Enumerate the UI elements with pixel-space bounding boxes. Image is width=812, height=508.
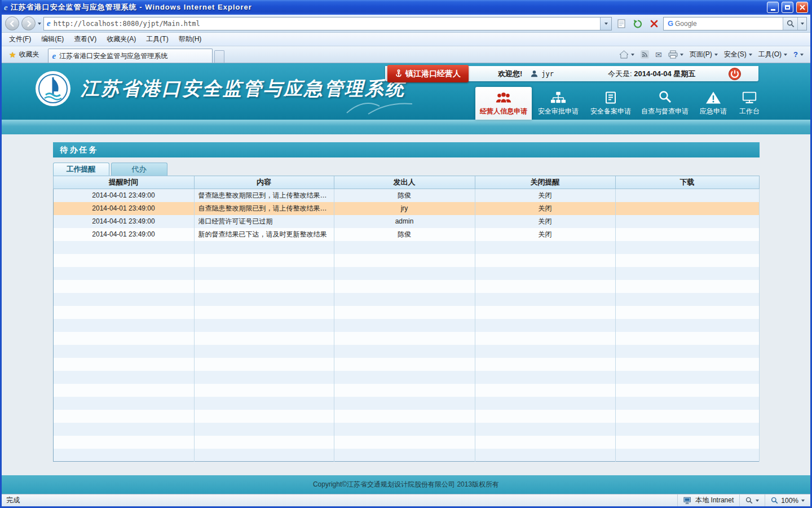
zoom-control[interactable]: 100% bbox=[765, 494, 810, 506]
task-row[interactable]: 2014-04-01 23:49:00督查隐患整改期限已到，请上传整改结果…陈俊… bbox=[53, 189, 759, 202]
nav-operator-info-application[interactable]: 经营人信息申请 bbox=[475, 87, 532, 120]
nav-workbench[interactable]: 工作台 bbox=[734, 88, 765, 120]
menu-item-tools[interactable]: 工具(T) bbox=[141, 33, 173, 46]
refresh-button[interactable] bbox=[630, 17, 645, 30]
nav-item-label: 工作台 bbox=[739, 107, 760, 116]
print-button[interactable] bbox=[668, 50, 683, 59]
empty-row[interactable] bbox=[53, 436, 759, 449]
tab-pending[interactable]: 代办 bbox=[111, 163, 167, 176]
rss-feed-icon bbox=[641, 50, 649, 59]
empty-row[interactable] bbox=[53, 293, 759, 306]
back-button[interactable] bbox=[5, 16, 19, 30]
google-logo-icon: G bbox=[666, 19, 675, 28]
cell-close bbox=[475, 293, 615, 306]
mail-icon: ✉ bbox=[655, 50, 662, 59]
empty-row[interactable] bbox=[53, 267, 759, 280]
cell-time bbox=[53, 293, 194, 306]
empty-row[interactable] bbox=[53, 280, 759, 293]
menu-item-help[interactable]: 帮助(H) bbox=[174, 33, 207, 46]
empty-row[interactable] bbox=[53, 423, 759, 436]
username: jyr bbox=[541, 70, 554, 78]
navigation-bar: e G bbox=[2, 15, 810, 33]
cell-content bbox=[194, 371, 334, 384]
cell-close bbox=[475, 306, 615, 319]
chevron-down-icon bbox=[801, 500, 805, 502]
cell-download bbox=[615, 410, 759, 423]
cell-content bbox=[194, 267, 334, 280]
forward-button[interactable] bbox=[21, 16, 36, 30]
minimize-button[interactable] bbox=[767, 2, 779, 13]
close-reminder-link[interactable]: 关闭 bbox=[539, 230, 552, 238]
tab-work-reminder[interactable]: 工作提醒 bbox=[53, 163, 109, 176]
search-button[interactable] bbox=[783, 17, 797, 30]
maximize-icon bbox=[785, 5, 790, 10]
tools-menu-button[interactable]: 工具(O) bbox=[758, 50, 787, 59]
empty-row[interactable] bbox=[53, 384, 759, 397]
task-row[interactable]: 2014-04-01 23:49:00自查隐患整改期限已到，请上传整改结果…jr… bbox=[53, 202, 759, 215]
cell-close: 关闭 bbox=[475, 228, 615, 241]
star-icon: ★ bbox=[9, 50, 16, 59]
page-menu-button[interactable]: 页面(P) bbox=[690, 50, 718, 59]
search-input[interactable] bbox=[675, 18, 783, 29]
task-row[interactable]: 2014-04-01 23:49:00新的督查结果已下达，请及时更新整改结果陈俊… bbox=[53, 228, 759, 241]
nav-emergency-application[interactable]: 应急申请 bbox=[693, 88, 734, 120]
menu-item-edit[interactable]: 编辑(E) bbox=[36, 33, 69, 46]
column-header-download: 下载 bbox=[615, 176, 759, 189]
home-button[interactable] bbox=[619, 50, 634, 59]
close-button[interactable] bbox=[796, 2, 808, 13]
history-dropdown[interactable] bbox=[38, 23, 41, 25]
window-title: 江苏省港口安全监管与应急管理系统 - Windows Internet Expl… bbox=[11, 2, 764, 12]
empty-row[interactable] bbox=[53, 358, 759, 371]
browser-tab[interactable]: e 江苏省港口安全监管与应急管理系统 bbox=[48, 49, 213, 63]
empty-row[interactable] bbox=[53, 345, 759, 358]
empty-row[interactable] bbox=[53, 371, 759, 384]
menu-item-file[interactable]: 文件(F) bbox=[4, 33, 36, 46]
empty-row[interactable] bbox=[53, 332, 759, 345]
empty-row[interactable] bbox=[53, 306, 759, 319]
safety-menu-button[interactable]: 安全(S) bbox=[724, 50, 752, 59]
zoom-icon bbox=[771, 497, 778, 504]
cell-time: 2014-04-01 23:49:00 bbox=[53, 228, 194, 241]
favorites-label: 收藏夹 bbox=[19, 50, 39, 59]
address-dropdown[interactable] bbox=[600, 17, 611, 30]
empty-row[interactable] bbox=[53, 241, 759, 254]
menu-item-favorites[interactable]: 收藏夹(A) bbox=[102, 33, 141, 46]
close-reminder-link[interactable]: 关闭 bbox=[539, 204, 552, 212]
cell-sender bbox=[334, 306, 475, 319]
close-reminder-link[interactable]: 关闭 bbox=[539, 217, 552, 225]
cell-close bbox=[475, 241, 615, 254]
help-button[interactable]: ? bbox=[793, 50, 804, 59]
nav-self-check-inspection-application[interactable]: 自查与督查申请 bbox=[637, 88, 693, 120]
empty-row[interactable] bbox=[53, 410, 759, 423]
close-reminder-link[interactable]: 关闭 bbox=[539, 191, 552, 199]
empty-row[interactable] bbox=[53, 254, 759, 267]
cell-time bbox=[53, 436, 194, 449]
logout-button[interactable] bbox=[728, 67, 742, 81]
cell-download bbox=[615, 280, 759, 293]
feeds-button[interactable] bbox=[641, 50, 649, 59]
nav-safety-record-application[interactable]: 安全备案申请 bbox=[585, 88, 637, 120]
tab-favicon: e bbox=[52, 51, 56, 61]
compatibility-view-button[interactable] bbox=[614, 17, 628, 30]
stop-button[interactable] bbox=[647, 17, 661, 30]
search-icon bbox=[787, 20, 795, 28]
new-tab-button[interactable] bbox=[214, 50, 224, 63]
empty-row[interactable] bbox=[53, 397, 759, 410]
maximize-button[interactable] bbox=[782, 2, 793, 13]
search-dropdown[interactable] bbox=[797, 17, 806, 30]
cell-time bbox=[53, 397, 194, 410]
nav-safety-approval-application[interactable]: 安全审批申请 bbox=[532, 88, 585, 120]
column-header-sender: 发出人 bbox=[334, 176, 475, 189]
select-zone-button[interactable] bbox=[739, 494, 765, 506]
header-substrip bbox=[2, 120, 810, 134]
address-input[interactable] bbox=[54, 18, 597, 29]
empty-row[interactable] bbox=[53, 319, 759, 332]
read-mail-button[interactable]: ✉ bbox=[655, 50, 662, 59]
empty-row[interactable] bbox=[53, 449, 759, 462]
task-row[interactable]: 2014-04-01 23:49:00港口经营许可证号已过期admin关闭 bbox=[53, 215, 759, 228]
menu-item-view[interactable]: 查看(V) bbox=[69, 33, 102, 46]
nav-item-label: 自查与督查申请 bbox=[641, 107, 689, 116]
favorites-button[interactable]: ★ 收藏夹 bbox=[4, 48, 45, 61]
user-avatar-icon bbox=[530, 69, 539, 78]
cell-download bbox=[615, 384, 759, 397]
